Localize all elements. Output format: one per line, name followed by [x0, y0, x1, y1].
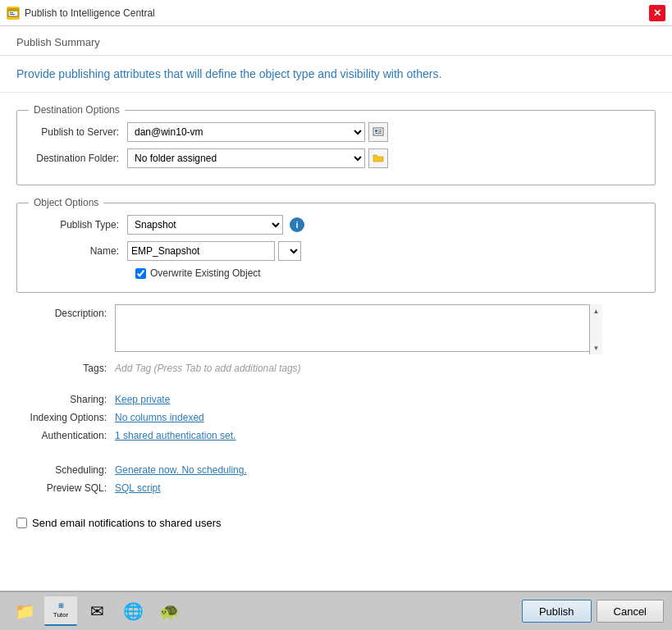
spacer-1	[16, 386, 656, 394]
publish-to-server-controls: dan@win10-vm	[127, 122, 643, 142]
authentication-label: Authentication:	[16, 430, 115, 441]
scroll-down-arrow: ▼	[590, 341, 602, 354]
description-bar: Provide publishing attributes that will …	[0, 56, 672, 93]
description-textarea[interactable]	[115, 304, 602, 352]
publish-type-label: Publish Type:	[29, 219, 127, 231]
tags-label: Tags:	[16, 363, 115, 374]
tags-placeholder[interactable]: Add Tag (Press Tab to add additional tag…	[115, 363, 301, 374]
scheduling-row: Scheduling: Generate now. No scheduling.	[16, 464, 656, 476]
spacer-4	[16, 500, 656, 509]
svg-rect-8	[375, 133, 382, 134]
close-button[interactable]: ✕	[649, 5, 665, 21]
overwrite-checkbox[interactable]	[135, 268, 146, 279]
name-controls	[127, 241, 643, 261]
authentication-row: Authentication: 1 shared authentication …	[16, 430, 656, 441]
spacer-2	[16, 448, 656, 456]
overwrite-label: Overwrite Existing Object	[150, 267, 261, 279]
tags-row: Tags: Add Tag (Press Tab to add addition…	[16, 363, 656, 374]
svg-rect-3	[10, 14, 15, 15]
publish-type-info-icon: i	[290, 217, 304, 232]
destination-folder-controls: No folder assigned	[127, 148, 643, 168]
email-notification-row: Send email notifications to shared users	[16, 517, 656, 529]
taskbar-apps: 📁 ⊞ Tutor ✉ 🌐 🐢	[8, 596, 185, 626]
destination-options-legend: Destination Options	[29, 104, 125, 116]
taskbar-app-extra[interactable]: 🐢	[153, 596, 185, 626]
publish-type-select[interactable]: Snapshot	[127, 215, 283, 235]
destination-folder-select[interactable]: No folder assigned	[127, 148, 365, 168]
preview-sql-row: Preview SQL: SQL script	[16, 482, 656, 494]
indexing-row: Indexing Options: No columns indexed	[16, 412, 656, 423]
indexing-link[interactable]: No columns indexed	[115, 412, 204, 423]
svg-rect-6	[378, 130, 382, 130]
taskbar-app-mail[interactable]: ✉	[80, 596, 113, 626]
authentication-link[interactable]: 1 shared authentication set.	[115, 430, 235, 441]
object-options-legend: Object Options	[29, 197, 103, 208]
preview-sql-link[interactable]: SQL script	[115, 482, 161, 494]
name-label: Name:	[29, 245, 127, 257]
bottom-buttons: Publish Cancel	[522, 600, 664, 623]
spacer-3	[16, 456, 656, 464]
email-notification-label: Send email notifications to shared users	[32, 517, 222, 529]
sharing-label: Sharing:	[16, 394, 115, 405]
description-scrollbar: ▲ ▼	[589, 304, 602, 354]
scheduling-link[interactable]: Generate now. No scheduling.	[115, 464, 247, 476]
name-row: Name:	[29, 241, 643, 261]
sharing-row: Sharing: Keep private	[16, 394, 656, 405]
publish-to-server-label: Publish to Server:	[29, 126, 127, 138]
destination-folder-label: Destination Folder:	[29, 153, 127, 164]
overwrite-checkbox-row: Overwrite Existing Object	[135, 267, 643, 279]
taskbar-app-chrome[interactable]: 🌐	[117, 596, 149, 626]
cancel-button[interactable]: Cancel	[597, 600, 664, 623]
svg-rect-2	[10, 12, 13, 13]
main-content: Publish Summary Provide publishing attri…	[0, 26, 672, 591]
form-area: Destination Options Publish to Server: d…	[0, 93, 672, 591]
taskbar-app-file-explorer[interactable]: 📁	[8, 596, 41, 626]
description-textarea-wrapper: ▲ ▼	[115, 304, 602, 354]
taskbar-app-tutor[interactable]: ⊞ Tutor	[44, 596, 77, 626]
server-browse-button[interactable]	[368, 122, 388, 142]
destination-folder-row: Destination Folder: No folder assigned	[29, 148, 643, 168]
page-title: Publish Summary	[16, 36, 100, 48]
description-row: Description: ▲ ▼	[16, 304, 656, 354]
title-bar: Publish to Intelligence Central ✕	[0, 0, 672, 26]
svg-rect-7	[378, 131, 382, 132]
scroll-up-arrow: ▲	[590, 304, 602, 317]
name-input[interactable]	[127, 241, 275, 261]
publish-button[interactable]: Publish	[522, 600, 592, 623]
scheduling-label: Scheduling:	[16, 464, 115, 476]
svg-rect-5	[375, 130, 377, 132]
publish-to-server-row: Publish to Server: dan@win10-vm	[29, 122, 643, 142]
publish-to-server-select[interactable]: dan@win10-vm	[127, 122, 365, 142]
window-title: Publish to Intelligence Central	[25, 7, 155, 19]
sharing-link[interactable]: Keep private	[115, 394, 170, 405]
title-icon	[7, 7, 20, 20]
preview-sql-label: Preview SQL:	[16, 482, 115, 494]
publish-type-row: Publish Type: Snapshot i	[29, 215, 643, 235]
destination-options-fieldset: Destination Options Publish to Server: d…	[16, 104, 656, 185]
description-text: Provide publishing attributes that will …	[16, 67, 441, 80]
object-options-fieldset: Object Options Publish Type: Snapshot i …	[16, 197, 656, 293]
svg-rect-1	[8, 9, 18, 11]
indexing-label: Indexing Options:	[16, 412, 115, 423]
description-label: Description:	[16, 304, 115, 319]
taskbar: 📁 ⊞ Tutor ✉ 🌐 🐢 Publish Cancel	[0, 591, 672, 630]
name-dropdown[interactable]	[278, 241, 301, 261]
publish-type-controls: Snapshot i	[127, 215, 643, 235]
email-notification-checkbox[interactable]	[16, 518, 27, 528]
folder-browse-button[interactable]	[368, 148, 388, 168]
page-header: Publish Summary	[0, 26, 672, 56]
